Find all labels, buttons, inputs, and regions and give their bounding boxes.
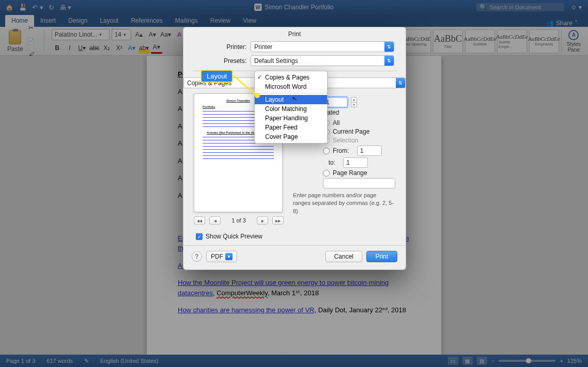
prev-page-button[interactable]: ◂ [209, 216, 221, 225]
style-emphasis[interactable]: AaBbCcDdEeEmphasis [529, 29, 559, 53]
printer-select[interactable]: Printer⇅ [251, 41, 394, 52]
tab-review[interactable]: Review [204, 15, 237, 27]
subscript-icon[interactable]: X₂ [101, 42, 113, 54]
tab-mailings[interactable]: Mailings [169, 15, 204, 27]
title-bar: 🏠 💾 ↶ ▾ ↻ 🖶 ▾ W Simon Chandler Portfolio… [0, 0, 588, 14]
status-bar: Page 1 of 3 617 words ✎ English (United … [0, 355, 588, 367]
style-title[interactable]: AaBbCTitle [433, 29, 463, 53]
chevron-down-icon: ▼ [225, 253, 233, 260]
last-page-button[interactable]: ▸▸ [272, 216, 284, 225]
chevron-updown-icon: ⇅ [384, 56, 394, 66]
chevron-updown-icon: ⇅ [384, 42, 394, 52]
zoom-slider[interactable] [499, 360, 555, 362]
print-icon[interactable]: 🖶 ▾ [59, 4, 72, 11]
redo-icon[interactable]: ↻ [49, 4, 54, 11]
font-color-icon[interactable]: A▾ [151, 42, 162, 54]
view-print-icon[interactable]: ▦ [462, 357, 473, 365]
print-dialog: Print Printer: Printer⇅ Presets: Default… [183, 27, 406, 270]
font-size-select[interactable]: 14 [112, 29, 131, 40]
help-button[interactable]: ? [192, 251, 202, 262]
status-words[interactable]: 617 words [47, 358, 73, 364]
radio-from[interactable] [323, 148, 330, 154]
status-spellcheck-icon[interactable]: ✎ [84, 358, 89, 364]
styles-pane-icon: A [568, 30, 579, 40]
status-language[interactable]: English (United States) [100, 358, 159, 364]
copies-stepper[interactable]: ▲▼ [351, 97, 357, 107]
style-subtitle[interactable]: AaBbCcDdEeSubtitle [465, 29, 495, 53]
shrink-font-icon[interactable]: A▾ [147, 29, 158, 40]
ribbon-tabs: Home Insert Design Layout References Mai… [0, 14, 588, 27]
menu-cover-page[interactable]: Cover Page [255, 132, 327, 141]
share-button[interactable]: 👥 Share ˅ [546, 20, 588, 27]
tab-layout[interactable]: Layout [94, 15, 125, 27]
italic-icon[interactable]: I [64, 42, 75, 54]
styles-pane-button[interactable]: A Styles Pane [564, 30, 584, 53]
superscript-icon[interactable]: X² [114, 42, 125, 54]
radio-page-range[interactable] [323, 170, 330, 177]
first-page-button[interactable]: ◂◂ [194, 216, 205, 225]
pdf-button[interactable]: PDF▼ [206, 251, 237, 262]
tab-insert[interactable]: Insert [34, 15, 62, 27]
bold-icon[interactable]: B [52, 42, 63, 54]
menu-color-matching[interactable]: Color Matching [255, 104, 327, 114]
highlight-icon[interactable]: ab▾ [138, 42, 150, 54]
tab-design[interactable]: Design [62, 15, 94, 27]
search-input[interactable] [489, 4, 561, 10]
menu-paper-feed[interactable]: Paper Feed [255, 123, 327, 132]
printer-label: Printer: [195, 43, 246, 51]
zoom-in-button[interactable]: + [560, 358, 563, 364]
search-icon: 🔍 [479, 4, 487, 11]
menu-microsoft-word[interactable]: Microsoft Word [255, 82, 327, 91]
strike-icon[interactable]: abc [89, 42, 100, 54]
to-field[interactable]: 1 [343, 157, 368, 168]
menu-copies-pages[interactable]: Copies & Pages [255, 73, 327, 82]
underline-icon[interactable]: U▾ [76, 42, 88, 54]
autosave-icon[interactable]: 🏠 [5, 4, 13, 11]
tab-view[interactable]: View [237, 15, 262, 27]
zoom-level[interactable]: 125% [567, 358, 582, 364]
view-focus-icon[interactable]: ▭ [448, 357, 458, 365]
text-effects-icon[interactable]: A▾ [126, 42, 137, 54]
view-web-icon[interactable]: ▤ [477, 357, 487, 365]
user-icon[interactable]: ☺ ▾ [570, 4, 582, 11]
page-range-field[interactable] [323, 178, 395, 188]
next-page-button[interactable]: ▸ [257, 216, 268, 225]
doc-article: How charities are harnessing the power o… [178, 305, 410, 315]
change-case-icon[interactable]: Aa▾ [160, 29, 172, 40]
section-dropdown-menu: Copies & Pages Microsoft Word Layout Col… [254, 71, 328, 143]
font-name-select[interactable]: Palatino Linot... [52, 29, 110, 40]
quick-preview-label: Show Quick Preview [206, 233, 262, 240]
dialog-title: Print [183, 27, 406, 40]
chevron-updown-icon: ⇅ [396, 78, 405, 88]
zoom-out-button[interactable]: − [491, 358, 494, 364]
cut-icon[interactable]: ✂ [25, 22, 37, 34]
save-icon[interactable]: 💾 [19, 4, 27, 11]
page-range-hint: Enter page numbers and/or page ranges se… [293, 192, 395, 215]
print-button[interactable]: Print [366, 251, 397, 262]
preview-page-nav: ◂◂ ◂ 1 of 3 ▸ ▸▸ [194, 216, 284, 225]
search-field[interactable]: 🔍 [476, 3, 564, 11]
clipboard-icon [9, 30, 21, 44]
status-page[interactable]: Page 1 of 3 [6, 358, 35, 364]
paste-button[interactable]: Paste [7, 30, 23, 53]
word-app-icon: W [254, 4, 261, 11]
style-subtle-emphasis[interactable]: AaBbCcDdEeSubtle Emph... [497, 29, 527, 53]
presets-label: Presets: [195, 57, 246, 65]
tab-references[interactable]: References [125, 15, 168, 27]
presets-select[interactable]: Default Settings⇅ [251, 55, 394, 66]
quick-preview-checkbox[interactable]: ✓ [196, 233, 203, 240]
from-field[interactable]: 1 [357, 146, 382, 156]
document-title: Simon Chandler Portfolio [265, 4, 333, 11]
menu-paper-handling[interactable]: Paper Handling [255, 114, 327, 123]
cancel-button[interactable]: Cancel [326, 251, 362, 262]
grow-font-icon[interactable]: A▴ [133, 29, 145, 40]
menu-layout[interactable]: Layout [255, 95, 327, 104]
undo-icon[interactable]: ↶ ▾ [32, 4, 43, 11]
page-indicator: 1 of 3 [225, 217, 253, 224]
doc-article: How the Moonlite Project will use green … [178, 278, 410, 298]
copy-icon[interactable]: 📄 [25, 36, 37, 47]
